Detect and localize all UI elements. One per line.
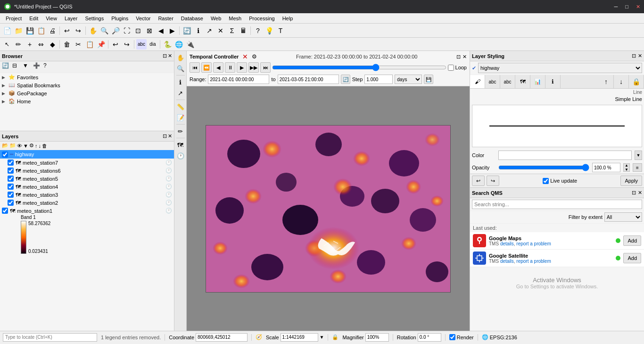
zoom-selection-btn[interactable]: ⊠: [144, 25, 155, 36]
digitize-btn[interactable]: ✏: [13, 39, 24, 50]
tc-save-btn[interactable]: 💾: [424, 75, 433, 84]
google-maps-report-link[interactable]: report a problem: [516, 241, 551, 246]
ls-opacity-stepper[interactable]: ▲▼: [623, 163, 630, 172]
menu-web[interactable]: Web: [207, 15, 225, 22]
menu-help[interactable]: Help: [279, 15, 297, 22]
layer-remove-btn[interactable]: 🗑: [42, 143, 47, 149]
browser-filter-btn[interactable]: ▼: [23, 62, 32, 72]
maximize-btn[interactable]: □: [625, 4, 628, 10]
layer-meteo3[interactable]: 🗺 meteo_station3 🕐: [0, 191, 174, 199]
browser-help-btn[interactable]: ?: [43, 62, 53, 72]
layer-meteo4[interactable]: 🗺 meteo_station4 🕐: [0, 183, 174, 191]
layer-open-btn[interactable]: 📂: [2, 143, 8, 149]
browser-favorites[interactable]: ▶ ⭐ Favorites: [0, 73, 174, 81]
ls-tab-style[interactable]: 🖌: [470, 75, 485, 88]
qms-close-btn[interactable]: ✕: [638, 190, 642, 196]
menu-database[interactable]: Database: [177, 15, 207, 22]
edit-cursor-btn[interactable]: ↖: [2, 39, 12, 50]
browser-home[interactable]: ▶ 🏠 Home: [0, 97, 174, 105]
layer-filter-btn[interactable]: ▼: [23, 143, 28, 149]
label-tool-btn[interactable]: abc: [136, 39, 147, 50]
copy-btn[interactable]: 📋: [84, 39, 95, 50]
menu-processing[interactable]: Processing: [245, 15, 278, 22]
vt-measure[interactable]: 📏: [175, 101, 186, 112]
vt-annotate[interactable]: 📝: [175, 112, 186, 123]
browser-refresh-btn[interactable]: 🔄: [2, 62, 11, 72]
tc-timeline-slider[interactable]: [272, 64, 446, 71]
add-feature-btn[interactable]: +: [25, 39, 35, 50]
layer-meteo3-check[interactable]: [8, 192, 14, 198]
new-btn[interactable]: 📄: [2, 25, 12, 36]
ls-color-swatch[interactable]: [498, 151, 632, 160]
ls-redo-btn[interactable]: ↪: [487, 176, 499, 186]
layers-close-btn[interactable]: ✕: [168, 133, 172, 139]
delete-selected-btn[interactable]: 🗑: [62, 39, 72, 50]
layer-meteo6[interactable]: 🗺 meteo_stations6 🕐: [0, 167, 174, 175]
layer-meteo1-check[interactable]: [2, 208, 8, 214]
tc-settings-btn[interactable]: ⚙: [252, 53, 257, 60]
save-btn[interactable]: 💾: [25, 25, 35, 36]
layer-add-group-btn[interactable]: 📁: [9, 143, 16, 149]
select-btn[interactable]: ↗: [204, 25, 215, 36]
statistics-btn[interactable]: Σ: [227, 25, 237, 36]
cut-btn[interactable]: ✂: [73, 39, 83, 50]
tc-prev-btn[interactable]: ⏪: [201, 62, 212, 73]
layer-highway-check[interactable]: [2, 151, 8, 158]
rotation-input[interactable]: [418, 333, 441, 342]
ls-tab-3d[interactable]: 🗺: [515, 75, 530, 88]
tc-back-step-btn[interactable]: ◀: [213, 62, 223, 73]
google-satellite-report-link[interactable]: report a problem: [516, 259, 551, 264]
ls-nav-lock[interactable]: 🔒: [629, 75, 644, 88]
zoom-next-btn[interactable]: ▶: [167, 25, 177, 36]
menu-settings[interactable]: Settings: [81, 15, 107, 22]
ls-tab-diagram[interactable]: 📊: [530, 75, 545, 88]
layers-float-btn[interactable]: ⊡: [163, 133, 167, 139]
browser-collapse-btn[interactable]: ⊟: [12, 62, 22, 72]
qms-search-input[interactable]: [472, 200, 642, 209]
layer-highway[interactable]: ━ highway: [0, 150, 174, 159]
menu-mesh[interactable]: Mesh: [225, 15, 245, 22]
layer-move-down-btn[interactable]: ↓: [38, 143, 41, 149]
vt-zoom[interactable]: 🔍: [175, 63, 186, 74]
ls-live-check[interactable]: [543, 178, 549, 184]
menu-raster[interactable]: Raster: [154, 15, 177, 22]
ls-nav-down[interactable]: ↓: [614, 75, 629, 88]
print-btn[interactable]: 🖨: [47, 25, 58, 36]
paste-btn[interactable]: 📌: [96, 39, 106, 50]
zoom-layer-btn[interactable]: ⊡: [133, 25, 143, 36]
layer-show-all-btn[interactable]: 👁: [17, 143, 22, 149]
close-btn[interactable]: ✕: [636, 4, 640, 10]
ls-opacity-menu-btn[interactable]: ≡: [633, 163, 642, 172]
tip-btn[interactable]: 💡: [264, 25, 274, 36]
layer-meteo4-check[interactable]: [8, 184, 14, 190]
menu-edit[interactable]: Edit: [25, 15, 42, 22]
zoom-full-btn[interactable]: ⛶: [122, 25, 132, 36]
ls-opacity-slider[interactable]: [498, 164, 589, 171]
layer-move-up-btn[interactable]: ↑: [35, 143, 38, 149]
help-btn[interactable]: ?: [253, 25, 263, 36]
zoom-prev-btn[interactable]: ◀: [156, 25, 166, 36]
open-btn[interactable]: 📁: [13, 25, 24, 36]
google-satellite-add-btn[interactable]: Add: [623, 253, 641, 263]
label-btn[interactable]: T: [275, 25, 286, 36]
tc-last-btn[interactable]: ⏭: [260, 62, 271, 73]
browser-geopackage[interactable]: ▶ 📦 GeoPackage: [0, 89, 174, 97]
ls-float-btn[interactable]: ⊡: [632, 53, 636, 59]
redo-btn[interactable]: ↪: [73, 25, 83, 36]
browser-add-btn[interactable]: ➕: [33, 62, 42, 72]
menu-project[interactable]: Project: [2, 15, 25, 22]
browser-float-btn[interactable]: ⊡: [163, 53, 167, 59]
layer-meteo6-check[interactable]: [8, 168, 14, 174]
vt-edit[interactable]: ✏: [175, 126, 186, 136]
layer-meteo2-check[interactable]: [8, 200, 14, 206]
layer-meteo7[interactable]: 🗺 meteo_station7 🕐: [0, 159, 174, 167]
ls-nav-up[interactable]: ↑: [599, 75, 614, 88]
vt-identify[interactable]: ℹ: [175, 77, 186, 87]
deselect-btn[interactable]: ✕: [215, 25, 226, 36]
qms-float-btn[interactable]: ⊡: [632, 190, 636, 196]
tc-panel-close-btn[interactable]: ✕: [462, 54, 467, 60]
ls-tab-label[interactable]: abc: [485, 75, 500, 88]
tc-float-btn[interactable]: ⊡: [456, 54, 461, 60]
ls-tab-label2[interactable]: abc: [500, 75, 515, 88]
vt-3d[interactable]: 🗺: [175, 140, 186, 150]
